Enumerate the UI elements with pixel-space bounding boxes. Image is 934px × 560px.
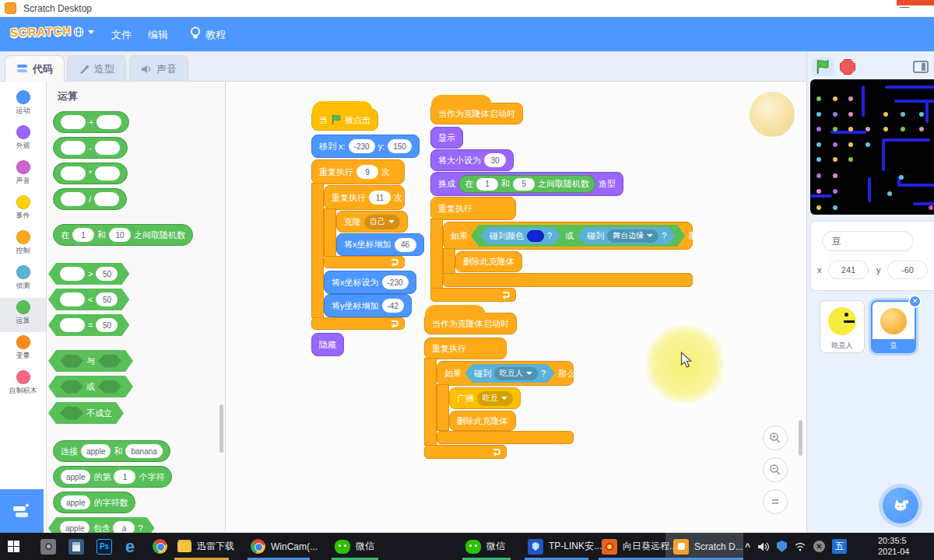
task-wechat-1[interactable]: 微信 bbox=[335, 533, 374, 560]
tray-clock[interactable]: 20:35:5 2021-04 bbox=[878, 535, 934, 557]
touching-target-dropdown[interactable]: 舞台边缘 bbox=[607, 229, 658, 243]
block-or-nested[interactable]: 碰到颜色? 或 碰到 舞台边缘 ? bbox=[471, 225, 685, 247]
tray-chevron-icon[interactable]: ^ bbox=[745, 541, 750, 552]
block-change-x[interactable]: 将x坐标增加46 bbox=[336, 233, 424, 256]
block-repeat-9[interactable]: 重复执行9次 bbox=[311, 159, 405, 184]
add-extension-button[interactable] bbox=[0, 489, 44, 533]
block-delete-clone-1[interactable]: 删除此克隆体 bbox=[455, 251, 522, 272]
forever-end-1[interactable] bbox=[430, 288, 516, 302]
zoom-out-button[interactable] bbox=[763, 457, 788, 482]
sprite-name-input[interactable]: 豆 bbox=[822, 231, 914, 251]
ime-indicator[interactable]: 五 bbox=[832, 539, 847, 554]
block-length-of[interactable]: apple的字符数 bbox=[53, 492, 135, 513]
block-subtract[interactable]: - bbox=[53, 137, 128, 159]
block-change-y[interactable]: 将y坐标增加-42 bbox=[324, 294, 412, 317]
block-goto-xy[interactable]: 移到 x:-230 y:150 bbox=[311, 135, 420, 158]
block-set-x[interactable]: 将x坐标设为-230 bbox=[324, 271, 416, 294]
block-touching-color[interactable]: 碰到颜色? bbox=[480, 227, 561, 244]
block-not[interactable]: 不成立 bbox=[48, 402, 124, 424]
if-end-1[interactable] bbox=[443, 273, 693, 287]
wifi-icon[interactable] bbox=[794, 541, 806, 551]
forever-end-2[interactable] bbox=[424, 445, 507, 459]
block-show[interactable]: 显示 bbox=[430, 127, 463, 149]
category-sensing[interactable]: 侦测 bbox=[0, 263, 46, 297]
x-input[interactable]: 241 bbox=[828, 261, 869, 279]
photoshop-app-button[interactable]: Ps bbox=[97, 533, 112, 560]
tab-code[interactable]: 代码 bbox=[5, 55, 65, 82]
sprite-card-pacman[interactable]: 吃豆人 bbox=[820, 300, 865, 353]
block-touching-edge[interactable]: 碰到 舞台边缘 ? bbox=[578, 227, 676, 244]
repeat-9-end[interactable] bbox=[311, 317, 405, 330]
block-broadcast[interactable]: 广播 吃豆 bbox=[449, 387, 521, 409]
menu-tutorials[interactable]: 教程 bbox=[205, 28, 226, 42]
language-selector[interactable] bbox=[73, 26, 94, 37]
add-sprite-button[interactable] bbox=[883, 488, 918, 523]
task-thunder-download[interactable]: 迅雷下载 bbox=[177, 533, 234, 560]
block-letter-of[interactable]: apple的第 1个字符 bbox=[53, 466, 172, 488]
block-forever-1[interactable]: 重复执行 bbox=[430, 197, 516, 220]
calculator-app-button[interactable] bbox=[68, 533, 84, 560]
block-less-than[interactable]: <50 bbox=[48, 289, 129, 310]
block-when-flag-clicked[interactable]: 当 被点击 bbox=[311, 109, 378, 131]
block-pick-random-nested[interactable]: 在1 和5 之间取随机数 bbox=[458, 175, 595, 193]
block-if-touching-pacman[interactable]: 如果 碰到 吃豆人 ? 那么 bbox=[437, 361, 574, 386]
code-canvas[interactable]: 当 被点击 移到 x:-230 y:150 重复执行9次 重复执行11次 克隆 … bbox=[226, 82, 806, 533]
tab-costumes[interactable]: 造型 bbox=[67, 55, 126, 82]
block-create-clone[interactable]: 克隆 自己 bbox=[336, 211, 408, 233]
block-hide[interactable]: 隐藏 bbox=[311, 333, 344, 356]
task-wechat-2[interactable]: 微信 bbox=[465, 533, 505, 560]
touching-target-dropdown[interactable]: 吃豆人 bbox=[494, 367, 538, 380]
category-motion[interactable]: 运动 bbox=[0, 88, 46, 122]
if-end-2[interactable] bbox=[437, 431, 574, 444]
code-scrollbar[interactable] bbox=[799, 420, 802, 456]
stage-canvas[interactable] bbox=[810, 79, 934, 215]
category-operators[interactable]: 运算 bbox=[0, 298, 46, 332]
close-tray-icon[interactable]: ✕ bbox=[813, 541, 825, 552]
category-variables[interactable]: 变量 bbox=[0, 333, 46, 367]
stop-button[interactable] bbox=[840, 59, 855, 75]
category-myblocks[interactable]: 自制积木 bbox=[0, 368, 46, 402]
green-flag-button[interactable] bbox=[812, 58, 834, 76]
category-control[interactable]: 控制 bbox=[0, 228, 46, 262]
clone-target-dropdown[interactable]: 自己 bbox=[364, 215, 400, 229]
block-and[interactable]: 与 bbox=[48, 350, 133, 372]
volume-icon[interactable] bbox=[757, 541, 770, 552]
block-forever-2[interactable]: 重复执行 bbox=[424, 338, 507, 359]
menu-edit[interactable]: 编辑 bbox=[148, 28, 168, 42]
start-button[interactable] bbox=[8, 533, 19, 560]
block-greater-than[interactable]: >50 bbox=[48, 263, 129, 285]
block-when-clone-starts-2[interactable]: 当作为克隆体启动时 bbox=[424, 313, 517, 334]
tab-sounds[interactable]: 声音 bbox=[129, 55, 188, 82]
block-pick-random[interactable]: 在1 和10 之间取随机数 bbox=[53, 224, 193, 246]
y-input[interactable]: -60 bbox=[887, 261, 928, 279]
block-contains[interactable]: apple包含 a? bbox=[48, 517, 155, 533]
category-sound[interactable]: 声音 bbox=[0, 158, 46, 192]
block-or[interactable]: 或 bbox=[48, 376, 133, 397]
block-touching-pacman[interactable]: 碰到 吃豆人 ? bbox=[465, 364, 555, 383]
block-when-clone-starts-1[interactable]: 当作为克隆体启动时 bbox=[430, 103, 523, 124]
palette-scrollbar[interactable] bbox=[219, 404, 223, 453]
edge-app-button[interactable]: e bbox=[125, 533, 135, 560]
fullscreen-icon[interactable] bbox=[913, 61, 929, 73]
task-tplink[interactable]: TP-LINK安... bbox=[528, 533, 602, 560]
block-set-size[interactable]: 将大小设为30 bbox=[430, 149, 514, 171]
task-sunflower[interactable]: 向日葵远程... bbox=[602, 533, 677, 560]
camera-app-button[interactable] bbox=[40, 533, 56, 560]
security-shield-icon[interactable] bbox=[777, 541, 787, 552]
block-equals[interactable]: =50 bbox=[48, 314, 129, 336]
block-delete-clone-2[interactable]: 删除此克隆体 bbox=[449, 411, 516, 431]
block-add[interactable]: + bbox=[53, 111, 129, 133]
broadcast-message-dropdown[interactable]: 吃豆 bbox=[477, 391, 513, 406]
repeat-11-end[interactable] bbox=[324, 256, 405, 268]
task-wincam[interactable]: WinCam(... bbox=[251, 533, 318, 560]
block-repeat-11[interactable]: 重复执行11次 bbox=[324, 185, 405, 210]
block-divide[interactable]: / bbox=[53, 188, 127, 210]
zoom-in-button[interactable] bbox=[763, 425, 788, 450]
category-events[interactable]: 事件 bbox=[0, 193, 46, 227]
block-multiply[interactable]: * bbox=[53, 163, 128, 184]
zoom-reset-button[interactable] bbox=[763, 489, 788, 514]
chrome-app-button[interactable] bbox=[153, 533, 167, 560]
block-if-touch-color-or-edge[interactable]: 如果 碰到颜色? 或 碰到 舞台边缘 ? 那么 bbox=[443, 222, 693, 250]
task-scratch[interactable]: Scratch D... bbox=[673, 533, 743, 560]
menu-file[interactable]: 文件 bbox=[111, 28, 132, 42]
